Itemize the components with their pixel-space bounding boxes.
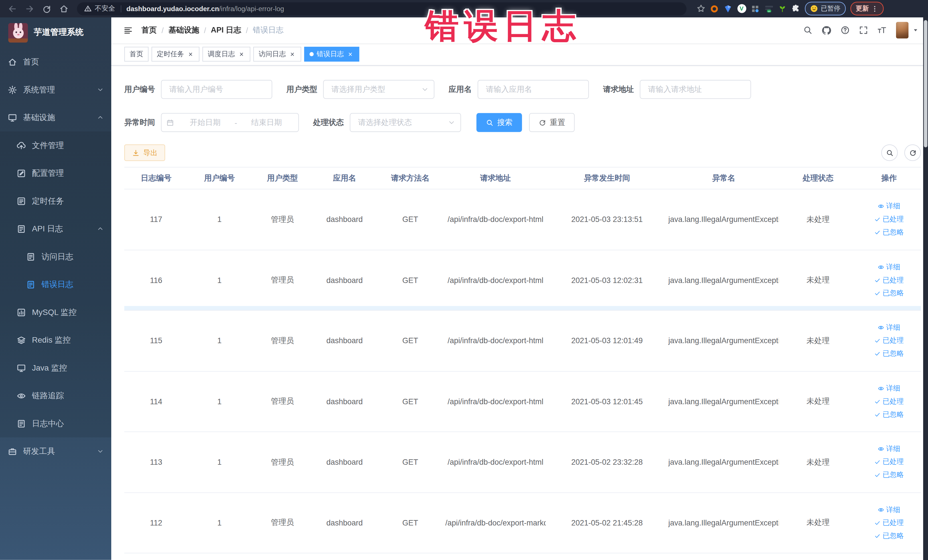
action-mark-link[interactable]: 已忽略 xyxy=(874,227,904,237)
filter-label: 处理状态 xyxy=(313,117,344,128)
check-icon xyxy=(874,411,881,418)
tab-item[interactable]: 调度日志 × xyxy=(203,47,250,62)
sidebar-item-infrastructure[interactable]: 基础设施 xyxy=(0,104,111,131)
action-mark-link[interactable]: 已忽略 xyxy=(874,531,904,540)
help-icon[interactable] xyxy=(840,25,850,35)
doc-icon xyxy=(26,252,35,261)
action-mark-link[interactable]: 已处理 xyxy=(874,396,904,406)
browser-forward-icon[interactable] xyxy=(25,4,34,13)
user-type-select[interactable]: 请选择用户类型 xyxy=(323,80,435,99)
sidebar-item-java-monitor[interactable]: Java 监控 xyxy=(0,354,111,382)
table-quick-actions xyxy=(875,144,921,161)
request-url-input[interactable]: 请输入请求地址 xyxy=(640,80,751,99)
extension-switch-icon[interactable]: on xyxy=(764,4,773,13)
placeholder-text: 请选择用户类型 xyxy=(331,84,385,95)
tab-item[interactable]: 定时任务 × xyxy=(151,47,199,62)
action-mark-link[interactable]: 已忽略 xyxy=(874,409,904,420)
browser-update-button[interactable]: 更新 xyxy=(850,2,884,15)
process-status-select[interactable]: 请选择处理状态 xyxy=(350,113,461,132)
bookmark-star-icon[interactable] xyxy=(697,4,705,13)
app-name-input[interactable]: 请输入应用名 xyxy=(478,80,589,99)
tab-item[interactable]: 访问日志 × xyxy=(253,47,301,62)
sidebar-item-file-management[interactable]: 文件管理 xyxy=(0,131,111,159)
action-detail-link[interactable]: 详细 xyxy=(878,323,901,333)
browser-menu-icon[interactable] xyxy=(871,5,878,12)
tab-paused-badge[interactable]: 已暂停 xyxy=(805,2,846,15)
sidebar-item-dev-tools[interactable]: 研发工具 xyxy=(0,437,111,465)
fullscreen-icon[interactable] xyxy=(859,25,868,35)
action-mark-link[interactable]: 已处理 xyxy=(874,457,904,467)
cell-user-type: 管理员 xyxy=(251,517,314,528)
tab-item[interactable]: 首页 xyxy=(124,47,149,62)
app-logo[interactable]: 芋道管理系统 xyxy=(0,17,111,48)
date-range-input[interactable]: 开始日期 - 结束日期 xyxy=(161,113,299,132)
browser-reload-icon[interactable] xyxy=(42,4,51,13)
browser-address-bar[interactable]: 不安全 dashboard.yudao.iocoder.cn/infra/log… xyxy=(77,2,687,15)
breadcrumb-item[interactable]: 基础设施 xyxy=(168,25,199,35)
action-mark-link[interactable]: 已忽略 xyxy=(874,349,904,359)
browser-back-icon[interactable] xyxy=(8,4,17,13)
action-detail-link[interactable]: 详细 xyxy=(878,444,901,454)
font-size-icon[interactable] xyxy=(877,25,887,35)
sidebar-toggle-icon[interactable] xyxy=(123,26,133,35)
action-mark-link[interactable]: 已处理 xyxy=(874,336,904,346)
extension-leaf-icon[interactable] xyxy=(778,4,787,13)
page-scrollbar[interactable] xyxy=(923,17,928,560)
sidebar-item-redis-monitor[interactable]: Redis 监控 xyxy=(0,326,111,354)
reset-button[interactable]: 重置 xyxy=(529,113,575,132)
sidebar-item-log-center[interactable]: 日志中心 xyxy=(0,410,111,438)
close-icon[interactable]: × xyxy=(347,50,354,58)
cell-url: /api/infra/db-doc/export-html xyxy=(445,397,546,406)
scrollbar-thumb[interactable] xyxy=(924,20,927,148)
cell-app: dashboard xyxy=(314,336,375,345)
sidebar-item-config-management[interactable]: 配置管理 xyxy=(0,159,111,187)
sidebar-item-home[interactable]: 首页 xyxy=(0,48,111,76)
search-button[interactable]: 搜索 xyxy=(476,113,522,132)
search-icon[interactable] xyxy=(803,25,812,35)
tab-item[interactable]: 错误日志 × xyxy=(304,47,359,62)
extension-grid-icon[interactable] xyxy=(751,4,760,13)
toggle-search-button[interactable] xyxy=(881,144,898,161)
table-header: 日志编号用户编号用户类型应用名请求方法名请求地址异常发生时间异常名处理状态操作 xyxy=(124,167,921,189)
action-mark-link[interactable]: 已忽略 xyxy=(874,288,904,298)
breadcrumb-item[interactable]: 首页 xyxy=(142,25,157,35)
tab-label: 调度日志 xyxy=(208,50,235,58)
action-mark-link[interactable]: 已处理 xyxy=(874,518,904,528)
close-icon[interactable]: × xyxy=(289,50,296,58)
action-detail-link[interactable]: 详细 xyxy=(878,383,901,394)
cell-user-id: 1 xyxy=(188,336,251,345)
user-avatar[interactable] xyxy=(896,22,908,38)
close-icon[interactable]: × xyxy=(238,50,245,58)
sidebar-item-api-log[interactable]: API 日志 xyxy=(0,215,111,243)
action-detail-link[interactable]: 详细 xyxy=(878,262,901,272)
sidebar-item-system-management[interactable]: 系统管理 xyxy=(0,76,111,104)
browser-home-icon[interactable] xyxy=(59,4,69,13)
sidebar-item-scheduled-tasks[interactable]: 定时任务 xyxy=(0,187,111,215)
user-id-input[interactable]: 请输入用户编号 xyxy=(161,80,272,99)
extension-blue-shield-icon[interactable] xyxy=(723,4,733,13)
action-detail-link[interactable]: 详细 xyxy=(878,505,901,515)
cell-id: 112 xyxy=(124,518,188,527)
chevron-up-icon xyxy=(97,114,104,121)
sidebar-item-mysql-monitor[interactable]: MySQL 监控 xyxy=(0,298,111,327)
sidebar-item-trace[interactable]: 链路追踪 xyxy=(0,382,111,410)
sidebar-item-access-log[interactable]: 访问日志 xyxy=(0,243,111,271)
extension-orange-icon[interactable] xyxy=(710,4,719,13)
refresh-table-button[interactable] xyxy=(904,144,921,161)
action-mark-link[interactable]: 已处理 xyxy=(874,215,904,224)
action-detail-link[interactable]: 详细 xyxy=(878,201,901,211)
sidebar-item-label: Java 监控 xyxy=(32,363,67,373)
sidebar-item-error-log[interactable]: 错误日志 xyxy=(0,270,111,298)
cell-user-id: 1 xyxy=(188,458,251,467)
close-icon[interactable]: × xyxy=(187,50,194,58)
export-button[interactable]: 导出 xyxy=(124,144,165,161)
avatar-caret-down-icon[interactable] xyxy=(913,27,919,33)
table-row: 1171管理员dashboardGET/api/infra/db-doc/exp… xyxy=(124,189,921,250)
breadcrumb-item[interactable]: API 日志 xyxy=(211,25,241,35)
extensions-puzzle-icon[interactable] xyxy=(791,4,800,13)
action-mark-link[interactable]: 已忽略 xyxy=(874,470,904,480)
extension-green-v-icon[interactable]: V xyxy=(737,4,746,13)
github-icon[interactable] xyxy=(821,25,832,35)
action-mark-link[interactable]: 已处理 xyxy=(874,275,904,285)
update-label: 更新 xyxy=(856,4,869,13)
